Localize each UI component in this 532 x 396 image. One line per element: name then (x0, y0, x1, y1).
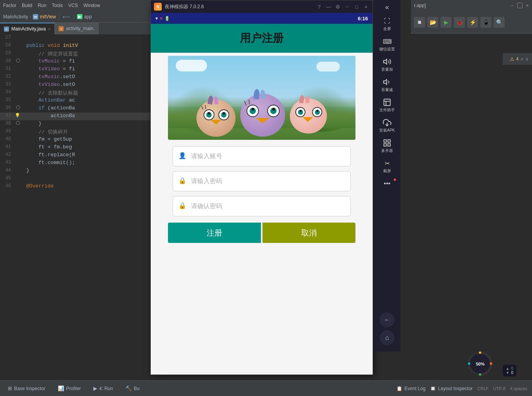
keybind-label: 键位设置 (379, 46, 395, 52)
menu-build[interactable]: Build (22, 3, 32, 8)
title-bar-right: r.app] − × (411, 0, 532, 11)
install-apk-label: 安装APK (379, 128, 395, 133)
svg-rect-7 (388, 140, 390, 142)
emulator-maximize-btn[interactable]: □ (353, 3, 360, 10)
battery-icon: 🔋 (164, 16, 170, 21)
tab-java[interactable]: c MainActivity.java × (0, 23, 55, 34)
register-button[interactable]: 注册 (168, 223, 261, 243)
register-title: 用户注册 (240, 31, 284, 46)
file-icon (383, 98, 391, 107)
sidebar-multiopen-btn[interactable]: 多开器 (376, 136, 398, 156)
status-utf[interactable]: UTF-8 (493, 386, 505, 391)
svg-rect-9 (388, 144, 390, 146)
menu-factor[interactable]: Factor (3, 3, 16, 8)
layout-inspector-icon: 🔲 (430, 386, 436, 391)
menu-window[interactable]: Window (83, 3, 100, 8)
sidebar-fullscreen-btn[interactable]: ⛶ 全屏 (376, 14, 398, 34)
tab-xml[interactable]: x activity_main. (55, 23, 99, 34)
minimize-button[interactable]: − (511, 2, 514, 9)
confirm-password-input-row[interactable]: 🔒 请确认密码 (173, 196, 351, 216)
build-tab[interactable]: 🔨 Bu (122, 384, 143, 393)
home-nav-btn[interactable]: ⌂ (380, 330, 395, 345)
volume-up-label: 音量加 (381, 67, 393, 72)
svg-rect-2 (384, 99, 391, 106)
more-notification-dot (394, 178, 396, 181)
password-input-row[interactable]: 🔒 请输入密码 (173, 171, 351, 191)
sidebar-collapse-arrow[interactable]: « (385, 3, 389, 11)
menu-tools[interactable]: Tools (52, 3, 63, 8)
emulator-settings-icon: — (325, 3, 332, 10)
emulator-window-controls: ? — ⚙ − □ × (316, 3, 370, 10)
android-statusbar: ▾ ✕ 🔋 6:16 (151, 13, 373, 24)
warning-up-btn[interactable]: ∧ (520, 56, 524, 62)
svg-point-15 (468, 362, 470, 365)
signal-icon: ✕ (159, 16, 163, 21)
nox-title: 夜神模拟器 7.0.2.6 (165, 4, 204, 10)
cloud-right (316, 62, 340, 71)
status-crlf[interactable]: CRLF (477, 386, 489, 391)
more-icon: ••• (383, 179, 391, 188)
base-inspector-tab[interactable]: ⊞ Base Inspector (5, 384, 48, 393)
layout-inspector-tab[interactable]: 🔲 Layout Inspector (430, 386, 473, 391)
volume-down-icon (383, 78, 391, 86)
bird-center (240, 94, 285, 137)
tab-java-close[interactable]: × (48, 27, 50, 31)
code-line-41: 41 ft = fm.beg (0, 144, 152, 152)
sidebar-install-apk-btn[interactable]: 安装APK (376, 116, 398, 136)
svg-rect-6 (384, 140, 386, 142)
wifi-icon: ▾ (155, 16, 158, 21)
status-spaces[interactable]: 4 spaces (510, 386, 527, 391)
android-icon: ▶ (77, 14, 82, 19)
profiler-tab[interactable]: 📊 Profiler (55, 384, 84, 393)
menu-vcs[interactable]: VCS (68, 3, 78, 8)
sidebar-volume-up-btn[interactable]: 音量加 (376, 55, 398, 75)
code-line-44: 44 } (0, 167, 152, 175)
keybind-icon: ⌨ (383, 37, 391, 46)
cancel-button[interactable]: 取消 (262, 223, 355, 243)
toolbar-stop-btn[interactable]: ■ (414, 17, 425, 28)
maximize-button[interactable] (517, 3, 523, 8)
menu-run[interactable]: Run (38, 3, 46, 8)
back-arrow-icon[interactable]: ⟵ (62, 14, 70, 20)
breadcrumb-app[interactable]: app (84, 14, 92, 20)
run-tab[interactable]: ▶ 4: Run (90, 384, 116, 393)
account-input-row[interactable]: 👤 请输入账号 (173, 146, 351, 166)
password-placeholder: 请输入密码 (191, 177, 222, 186)
sidebar-more-btn[interactable]: ••• (376, 177, 398, 191)
password-icon: 🔒 (179, 177, 187, 186)
warning-icon: ⚠ (510, 56, 514, 62)
svg-marker-0 (384, 59, 387, 64)
score-value-2: 0 (511, 371, 513, 375)
emulator-help-btn[interactable]: ? (316, 3, 323, 10)
emulator-gear-btn[interactable]: ⚙ (334, 3, 341, 10)
event-log-tab[interactable]: 📋 Event Log (396, 386, 425, 391)
toolbar-profile-btn[interactable]: ⚡ (467, 17, 478, 28)
warning-down-btn[interactable]: ∨ (525, 56, 529, 62)
xml-tab-icon: x (59, 26, 64, 31)
code-line-27: 27 (0, 34, 152, 42)
toolbar-search-btn[interactable]: 🔍 (494, 17, 505, 28)
sidebar-file-btn[interactable]: 文件助手 (376, 96, 398, 115)
toolbar-folder-btn[interactable]: 📂 (427, 17, 438, 28)
toolbar-debug-btn[interactable]: 🐞 (454, 17, 465, 28)
close-button[interactable]: × (526, 2, 529, 9)
confirm-icon: 🔒 (179, 202, 187, 210)
toolbar-play-btn[interactable]: ▶ (441, 17, 452, 28)
sidebar-screenshot-btn[interactable]: ✂ 截屏 (376, 157, 398, 176)
code-line-42: 42 ft.replace(R (0, 152, 152, 159)
sidebar-keybind-btn[interactable]: ⌨ 键位设置 (376, 35, 398, 54)
toolbar-device-btn[interactable]: 📱 (480, 17, 491, 28)
breadcrumb-main-activity[interactable]: MainActivity (3, 14, 28, 20)
breadcrumb-bar: MainActivity › m initView ⟵ ▶ app (0, 11, 152, 23)
back-nav-btn[interactable]: ← (380, 312, 395, 327)
emulator-close-btn[interactable]: × (362, 3, 370, 10)
sidebar-volume-down-btn[interactable]: 音量减 (376, 75, 398, 95)
status-icons-left: ▾ ✕ 🔋 (155, 16, 170, 21)
breadcrumb-init-view[interactable]: initView (40, 14, 56, 20)
emulator-minimize-btn[interactable]: − (344, 3, 351, 10)
code-line-39: 39 // 切换碎片 (0, 128, 152, 136)
profiler-icon: 📊 (58, 385, 64, 391)
android-app-content: 用户注册 (151, 24, 373, 375)
multiopen-label: 多开器 (381, 148, 393, 153)
code-line-35: 35 ActionBar ac (0, 97, 152, 105)
